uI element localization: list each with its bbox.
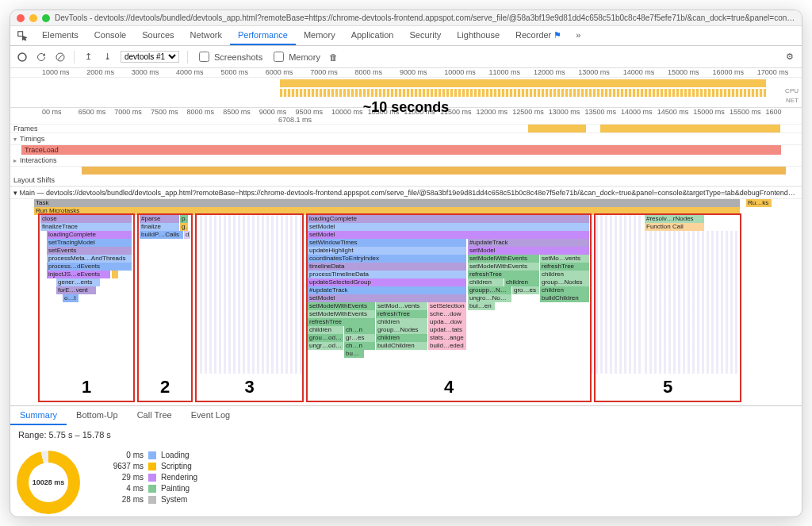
frames-track[interactable]: Frames <box>10 124 802 133</box>
summary-total: 10028 ms <box>29 463 68 502</box>
legend-rendering: 29 msRendering <box>104 473 197 482</box>
more-tabs-icon[interactable]: » <box>569 26 587 45</box>
tab-call-tree[interactable]: Call Tree <box>128 406 182 425</box>
tab-console[interactable]: Console <box>86 26 134 45</box>
record-icon[interactable] <box>17 52 28 63</box>
flame-chart[interactable]: Task Task Ti…ed Ru…ks Run Microtasks clo… <box>10 199 802 405</box>
summary-panel: 10028 ms 0 msLoading 9637 msScripting 29… <box>10 444 802 517</box>
clear-icon[interactable] <box>55 52 66 63</box>
overview-activity <box>280 79 766 87</box>
legend-painting: 4 msPainting <box>104 484 197 493</box>
trash-icon[interactable]: 🗑 <box>328 52 339 63</box>
sessions-select[interactable]: devtools #1 <box>121 51 179 63</box>
reload-icon[interactable] <box>36 52 47 63</box>
legend-system: 28 msSystem <box>104 495 197 504</box>
tab-security[interactable]: Security <box>401 26 449 45</box>
legend-loading: 0 msLoading <box>104 451 197 459</box>
net-label: NET <box>786 97 799 104</box>
window-titlebar: DevTools - devtools://devtools/bundled/d… <box>10 10 802 26</box>
tab-summary[interactable]: Summary <box>10 406 67 425</box>
tab-sources[interactable]: Sources <box>134 26 182 45</box>
tab-lighthouse[interactable]: Lighthouse <box>449 26 508 45</box>
layout-shifts-header[interactable]: Layout Shifts <box>10 175 802 186</box>
tab-bottom-up[interactable]: Bottom-Up <box>67 406 128 425</box>
tab-network[interactable]: Network <box>182 26 230 45</box>
upload-icon[interactable]: ↥ <box>82 52 94 63</box>
summary-legend: 0 msLoading 9637 msScripting 29 msRender… <box>104 451 197 504</box>
tab-elements[interactable]: Elements <box>34 26 86 45</box>
inspect-icon[interactable] <box>10 26 34 45</box>
download-icon[interactable]: ⤓ <box>102 52 113 63</box>
traffic-light-close[interactable] <box>17 14 25 22</box>
traffic-light-zoom[interactable] <box>42 14 50 22</box>
summary-donut: 10028 ms <box>17 451 80 514</box>
settings-gear-icon[interactable]: ⚙ <box>784 52 795 63</box>
cpu-label: CPU <box>785 87 799 94</box>
tab-memory[interactable]: Memory <box>296 26 343 45</box>
annotation-text: ~10 seconds <box>363 99 450 116</box>
svg-point-1 <box>18 53 26 61</box>
screenshots-checkbox[interactable]: Screenshots <box>196 49 262 64</box>
annotation-box-3: 3 <box>195 213 304 402</box>
flame-ru-ks[interactable]: Ru…ks <box>746 199 772 207</box>
svg-line-3 <box>58 55 63 60</box>
annotation-box-4: 4 <box>306 213 592 402</box>
perf-toolbar: ↥ ⤓ devtools #1 Screenshots Memory 🗑 ⚙ <box>10 46 802 68</box>
summary-range: Range: 5.75 s – 15.78 s <box>10 425 802 444</box>
overview-ruler: 1000 ms2000 ms3000 ms4000 ms5000 ms6000 … <box>10 68 802 78</box>
tab-event-log[interactable]: Event Log <box>182 406 240 425</box>
interactions-bar[interactable] <box>82 167 786 175</box>
window-title: DevTools - devtools://devtools/bundled/d… <box>55 13 795 22</box>
timings-track-header[interactable]: Timings <box>10 133 802 145</box>
overview-cpu <box>280 89 766 97</box>
annotation-box-2: 2 <box>137 213 193 402</box>
flame-task[interactable]: Task <box>34 199 740 207</box>
panel-tabs: Elements Console Sources Network Perform… <box>10 26 802 46</box>
tab-application[interactable]: Application <box>343 26 402 45</box>
svg-rect-0 <box>18 32 23 36</box>
traceload-bar[interactable]: TraceLoad <box>21 145 781 155</box>
traffic-light-minimize[interactable] <box>29 14 37 22</box>
legend-scripting: 9637 msScripting <box>104 462 197 470</box>
annotation-box-1: 1 <box>38 213 135 402</box>
main-track-header[interactable]: ▾ Main — devtools://devtools/bundled/dev… <box>10 186 802 199</box>
tab-performance[interactable]: Performance <box>230 26 296 45</box>
annotation-box-5: 5 <box>594 213 741 402</box>
tab-recorder[interactable]: Recorder ⚑ <box>508 26 569 45</box>
details-tabs: Summary Bottom-Up Call Tree Event Log <box>10 405 802 425</box>
interactions-track-header[interactable]: Interactions <box>10 155 802 167</box>
memory-checkbox[interactable]: Memory <box>270 49 320 64</box>
